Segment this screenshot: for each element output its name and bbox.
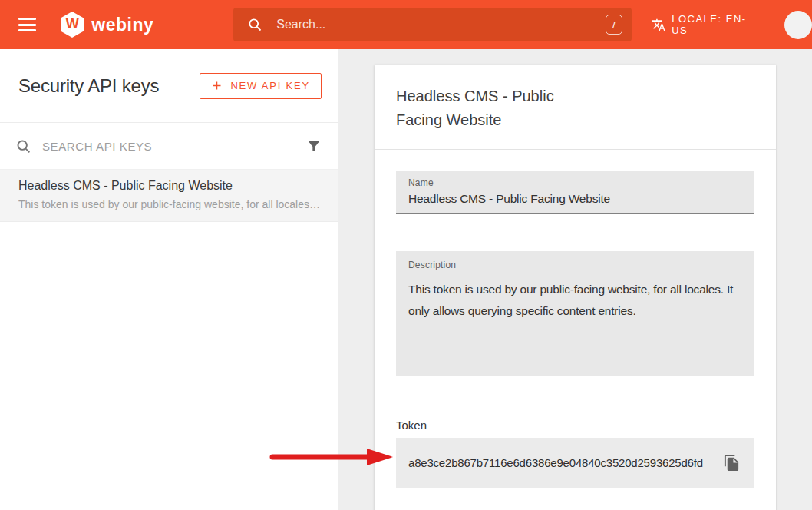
api-keys-search-input[interactable] [42, 140, 306, 153]
copy-token-button[interactable] [720, 451, 744, 475]
description-field-label: Description [408, 260, 742, 270]
name-field[interactable]: Name Headless CMS - Public Facing Websit… [396, 171, 754, 214]
details-form: Name Headless CMS - Public Facing Websit… [375, 150, 776, 488]
filter-button[interactable] [306, 138, 322, 154]
page-title: Security API keys [18, 75, 159, 97]
details-title: Headless CMS - Public Facing Website [396, 84, 584, 132]
token-box: a8e3ce2b867b7116e6d6386e9e04840c3520d259… [396, 438, 754, 488]
main-content: Security API keys NEW API KEY Headless C… [0, 49, 812, 510]
details-card-header: Headless CMS - Public Facing Website [375, 65, 776, 150]
webiny-hexagon-icon: W [59, 11, 85, 38]
token-value: a8e3ce2b867b7116e6d6386e9e04840c3520d259… [408, 456, 720, 469]
name-field-value: Headless CMS - Public Facing Website [408, 192, 742, 206]
brand-initial: W [59, 11, 85, 38]
search-icon [15, 138, 31, 154]
api-key-details-panel: Headless CMS - Public Facing Website Nam… [338, 49, 812, 510]
api-key-list-item[interactable]: Headless CMS - Public Facing Website Thi… [0, 170, 338, 222]
translate-icon [652, 18, 665, 32]
search-icon [247, 17, 262, 32]
new-api-key-button[interactable]: NEW API KEY [200, 73, 322, 99]
token-label: Token [396, 419, 754, 432]
name-field-label: Name [408, 177, 742, 188]
topbar: W webiny / LOCALE: EN-US [0, 0, 812, 49]
description-field-value: This token is used by our public-facing … [408, 279, 742, 322]
new-api-key-label: NEW API KEY [230, 80, 310, 91]
hamburger-menu-icon[interactable] [18, 18, 36, 31]
token-section: Token a8e3ce2b867b7116e6d6386e9e04840c35… [396, 419, 754, 488]
plus-icon [211, 80, 223, 91]
list-search-row [0, 123, 338, 170]
api-key-details-card: Headless CMS - Public Facing Website Nam… [375, 65, 776, 510]
locale-label: LOCALE: EN-US [672, 13, 760, 36]
list-panel-header: Security API keys NEW API KEY [0, 49, 338, 123]
user-avatar[interactable] [784, 11, 812, 39]
global-search-bar[interactable]: / [233, 8, 632, 41]
global-search-input[interactable] [276, 18, 606, 31]
list-item-title: Headless CMS - Public Facing Website [18, 179, 320, 193]
search-shortcut-badge: / [606, 15, 622, 35]
description-field[interactable]: Description This token is used by our pu… [396, 251, 754, 376]
brand-name: webiny [91, 15, 153, 35]
locale-selector[interactable]: LOCALE: EN-US [652, 13, 760, 36]
filter-icon [306, 138, 322, 154]
api-keys-list-panel: Security API keys NEW API KEY Headless C… [0, 49, 338, 510]
list-item-description: This token is used by our public-facing … [18, 198, 320, 210]
webiny-logo[interactable]: W webiny [59, 11, 153, 38]
copy-icon [723, 454, 741, 472]
